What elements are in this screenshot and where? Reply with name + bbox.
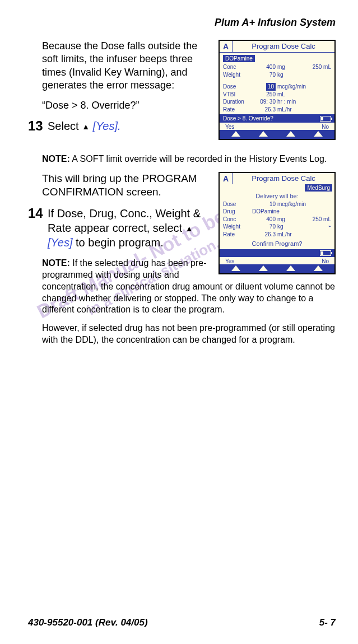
field-label: Weight [223,71,252,79]
up-arrow-icon[interactable] [259,265,268,271]
step-13-note: NOTE: A SOFT limit override will be reco… [42,153,336,165]
field-unit: hr : min [277,98,310,106]
softkey-no[interactable]: No [322,124,329,130]
field-unit: mcg/kg/min [277,200,310,208]
field-value: 250 [252,91,277,99]
field-unit: mL/hr [277,106,310,114]
battery-icon [320,250,331,256]
field-label: Rate [223,106,252,114]
step-text-a: Select [48,120,82,132]
screen-title: Program Dose Calc [233,41,334,52]
note-text: A SOFT limit override will be recorded i… [70,154,327,164]
field-label: Dose [223,83,252,91]
page-header: Plum A+ Infusion System [28,17,336,29]
up-arrow-icon[interactable] [314,131,323,137]
device-screen-confirm: A Program Dose Calc MedSurg Delivery wil… [218,172,336,274]
field-value: 26.3 [252,231,277,239]
field-unit: kg [277,71,310,79]
field-label: Duration [223,98,252,106]
field-value: 400 [252,216,277,223]
step-number: 14 [28,206,48,221]
highlight-value: 10 [266,83,276,91]
channel-indicator: A [220,41,233,52]
alert-icon: ⌁ [310,223,331,231]
field-label: Conc [223,216,252,223]
step-14-note-2: However, if selected drug has not been p… [42,323,336,346]
step-number: 13 [28,119,48,133]
field-extra: 250 mL [310,63,331,71]
note-label: NOTE: [42,258,70,268]
step-14-text: If Dose, Drug, Conc., Weight & Rate appe… [48,206,213,250]
up-arrow-icon[interactable] [286,131,295,137]
field-label: Dose [223,200,252,208]
field-value: 70 [252,71,277,79]
field-label: Rate [223,231,252,239]
field-unit: mg [277,216,310,223]
step-text-a: If Dose, Drug, Conc., Weight & Rate appe… [48,207,201,234]
field-value: 10 [252,200,277,208]
field-unit: mg [277,63,310,71]
yes-action: [Yes] [48,236,72,249]
up-arrow-icon[interactable] [286,265,295,271]
channel-indicator: A [220,173,233,184]
field-label: VTBI [223,91,252,99]
field-label: Drug [223,208,252,216]
step-13-text: Select ▲ [Yes]. [48,119,121,133]
delivery-header: Delivery will be: [220,192,334,200]
softkey-yes[interactable]: Yes [225,258,234,264]
field-label: Weight [223,223,252,231]
field-value: DOPamine [252,208,310,216]
field-extra [310,71,331,79]
field-unit: mL [277,91,310,99]
field-value: 09: 30 [252,98,277,106]
screen-title: Program Dose Calc [233,173,334,184]
up-arrow-icon[interactable] [231,265,240,271]
field-extra [310,200,331,208]
up-arrow-glyph: ▲ [185,224,193,233]
confirm-question: Confirm Program? [223,238,331,248]
up-arrow-icon[interactable] [259,131,268,137]
field-unit: mL/hr [277,231,310,239]
field-extra: 250 mL [310,216,331,223]
softkey-no[interactable]: No [322,258,329,264]
field-unit: kg [277,223,310,231]
softkey-arrow-row [220,264,334,273]
note-label: NOTE: [42,154,70,164]
step-text-b: to begin program. [72,236,163,249]
field-value: 70 [252,223,277,231]
care-area-chip: MedSurg [305,184,332,192]
battery-icon [320,116,331,122]
field-label: Conc [223,63,252,71]
softkey-yes[interactable]: Yes [225,124,234,130]
footer-docid: 430-95520-001 (Rev. 04/05) [28,617,148,628]
device-screen-override: A Program Dose Calc DOPamine Conc400mg25… [218,40,336,140]
field-value: 10 [252,83,277,91]
field-unit: mcg/kg/min [277,83,310,91]
drug-tag: DOPamine [223,55,255,62]
up-arrow-icon[interactable] [314,265,323,271]
footer-page: 5- 7 [319,617,336,628]
status-message: Dose > 8. Override? [223,115,273,122]
up-arrow-icon[interactable] [231,131,240,137]
field-value: 400 [252,63,277,71]
yes-action: [Yes]. [93,120,121,132]
up-arrow-glyph: ▲ [82,122,90,131]
softkey-arrow-row [220,130,334,139]
field-value: 26.3 [252,106,277,114]
